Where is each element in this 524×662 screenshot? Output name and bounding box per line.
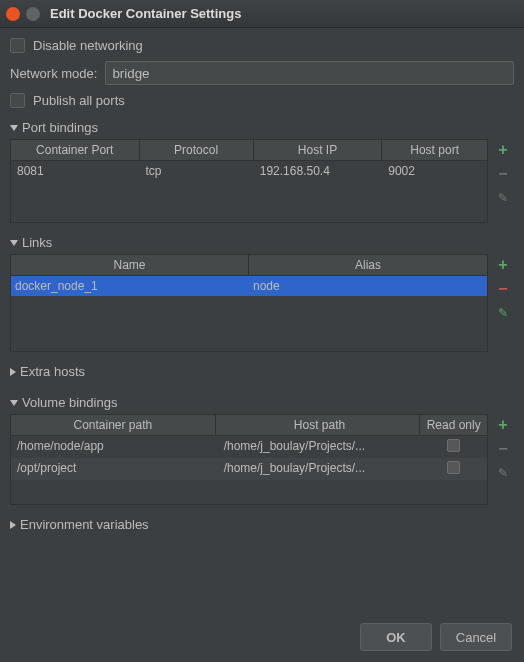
section-header-environment-variables[interactable]: Environment variables [10,513,514,536]
plus-icon: + [498,257,507,273]
disable-networking-label: Disable networking [33,38,143,53]
section-title-extra-hosts: Extra hosts [20,364,85,379]
remove-link-button[interactable]: − [494,280,512,298]
port-bindings-table[interactable]: Container Port Protocol Host IP Host por… [10,139,488,223]
readonly-checkbox[interactable] [447,461,460,474]
minus-icon: − [498,441,507,457]
chevron-right-icon [10,368,16,376]
window-minimize-icon[interactable] [26,7,40,21]
section-header-port-bindings[interactable]: Port bindings [10,116,514,139]
add-volume-button[interactable]: + [494,416,512,434]
window-close-icon[interactable] [6,7,20,21]
chevron-down-icon [10,400,18,406]
cancel-button[interactable]: Cancel [440,623,512,651]
ok-button[interactable]: OK [360,623,432,651]
minus-icon: − [498,166,507,182]
table-row[interactable]: /home/node/app /home/j_boulay/Projects/.… [11,436,487,458]
readonly-checkbox[interactable] [447,439,460,452]
chevron-down-icon [10,240,18,246]
section-title-environment-variables: Environment variables [20,517,149,532]
plus-icon: + [498,142,507,158]
pencil-icon: ✎ [498,191,508,205]
chevron-right-icon [10,521,16,529]
section-title-links: Links [22,235,52,250]
chevron-down-icon [10,125,18,131]
col-container-port[interactable]: Container Port [11,140,140,160]
table-row[interactable]: /opt/project /home/j_boulay/Projects/... [11,458,487,480]
plus-icon: + [498,417,507,433]
add-port-binding-button[interactable]: + [494,141,512,159]
pencil-icon: ✎ [498,306,508,320]
add-link-button[interactable]: + [494,256,512,274]
network-mode-input[interactable] [105,61,514,85]
section-header-volume-bindings[interactable]: Volume bindings [10,391,514,414]
section-header-links[interactable]: Links [10,231,514,254]
section-header-extra-hosts[interactable]: Extra hosts [10,360,514,383]
disable-networking-checkbox[interactable] [10,38,25,53]
publish-all-ports-label: Publish all ports [33,93,125,108]
edit-volume-button[interactable]: ✎ [494,464,512,482]
col-host-path[interactable]: Host path [216,415,421,435]
table-row[interactable]: 8081 tcp 192.168.50.4 9002 [11,161,487,181]
remove-port-binding-button[interactable]: − [494,165,512,183]
col-protocol[interactable]: Protocol [140,140,254,160]
edit-port-binding-button[interactable]: ✎ [494,189,512,207]
section-title-port-bindings: Port bindings [22,120,98,135]
col-read-only[interactable]: Read only [420,415,487,435]
col-link-alias[interactable]: Alias [249,255,487,275]
section-title-volume-bindings: Volume bindings [22,395,117,410]
col-container-path[interactable]: Container path [11,415,216,435]
pencil-icon: ✎ [498,466,508,480]
remove-volume-button[interactable]: − [494,440,512,458]
publish-all-ports-checkbox[interactable] [10,93,25,108]
col-host-ip[interactable]: Host IP [254,140,383,160]
col-link-name[interactable]: Name [11,255,249,275]
volume-bindings-table[interactable]: Container path Host path Read only /home… [10,414,488,505]
col-host-port[interactable]: Host port [382,140,487,160]
table-row[interactable]: docker_node_1 node [11,276,487,296]
minus-icon: − [498,281,507,297]
links-table[interactable]: Name Alias docker_node_1 node [10,254,488,352]
network-mode-label: Network mode: [10,66,97,81]
edit-link-button[interactable]: ✎ [494,304,512,322]
window-title: Edit Docker Container Settings [50,6,241,21]
